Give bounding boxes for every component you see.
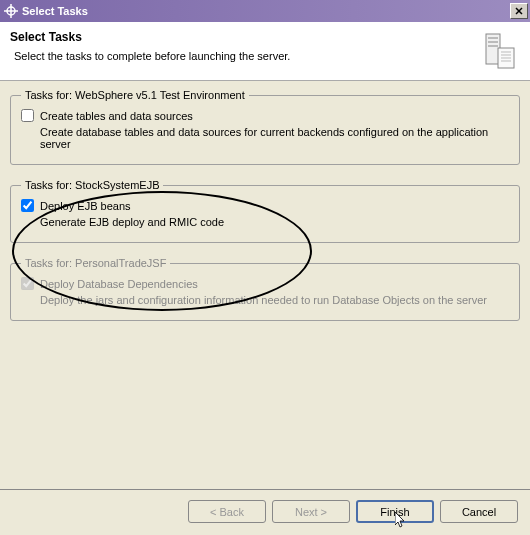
checkbox-label: Deploy Database Dependencies [40, 278, 198, 290]
group-legend: Tasks for: PersonalTradeJSF [21, 257, 170, 269]
window-title: Select Tasks [22, 5, 510, 17]
close-button[interactable] [510, 3, 528, 19]
cursor-icon [395, 512, 407, 530]
svg-rect-7 [488, 41, 498, 43]
content-area: Tasks for: WebSphere v5.1 Test Environme… [0, 81, 530, 489]
svg-rect-8 [488, 45, 498, 47]
deploy-ejb-checkbox[interactable] [21, 199, 34, 212]
task-description: Generate EJB deploy and RMIC code [40, 216, 509, 228]
checkbox-label: Create tables and data sources [40, 110, 193, 122]
task-description: Deploy the jars and configuration inform… [40, 294, 509, 306]
task-description: Create database tables and data sources … [40, 126, 509, 150]
checkbox-label: Deploy EJB beans [40, 200, 131, 212]
group-legend: Tasks for: WebSphere v5.1 Test Environme… [21, 89, 249, 101]
button-bar: < Back Next > Finish Cancel [0, 490, 530, 535]
page-title: Select Tasks [10, 30, 470, 44]
create-tables-checkbox[interactable] [21, 109, 34, 122]
cancel-button[interactable]: Cancel [440, 500, 518, 523]
task-group-stocksystem: Tasks for: StockSystemEJB Deploy EJB bea… [10, 179, 520, 243]
deploy-db-checkbox [21, 277, 34, 290]
titlebar: Select Tasks [0, 0, 530, 22]
svg-rect-6 [488, 37, 498, 39]
next-button: Next > [272, 500, 350, 523]
back-button: < Back [188, 500, 266, 523]
task-group-personaltrade: Tasks for: PersonalTradeJSF Deploy Datab… [10, 257, 520, 321]
group-legend: Tasks for: StockSystemEJB [21, 179, 163, 191]
task-group-websphere: Tasks for: WebSphere v5.1 Test Environme… [10, 89, 520, 165]
server-icon [478, 30, 520, 72]
dialog-header: Select Tasks Select the tasks to complet… [0, 22, 530, 81]
app-icon [4, 4, 18, 18]
page-subtitle: Select the tasks to complete before laun… [14, 50, 470, 62]
finish-button[interactable]: Finish [356, 500, 434, 523]
